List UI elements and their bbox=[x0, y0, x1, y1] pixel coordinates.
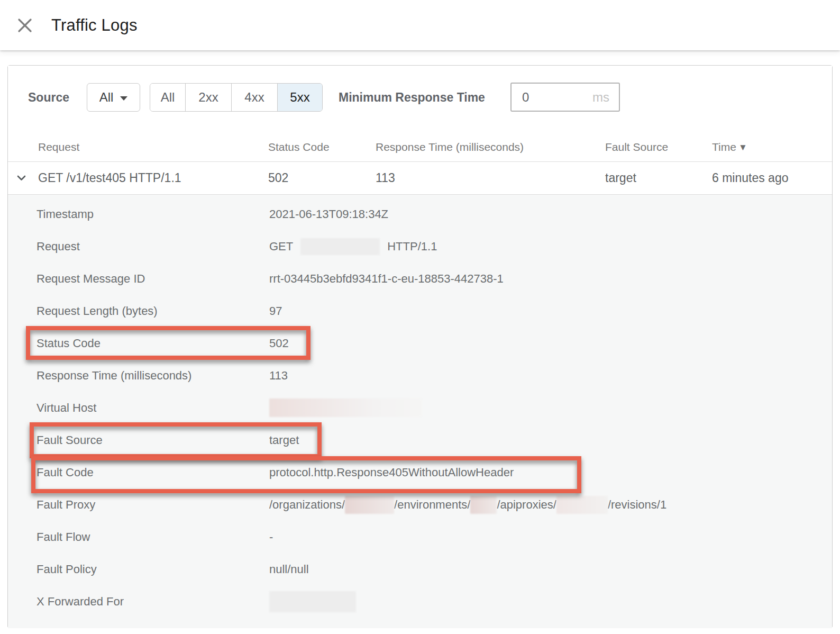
column-header-request: Request bbox=[8, 141, 268, 153]
status-filter-5xx[interactable]: 5xx bbox=[277, 84, 322, 111]
sort-desc-icon: ▼ bbox=[738, 143, 747, 152]
detail-label: Fault Proxy bbox=[8, 498, 269, 512]
status-filter-4xx[interactable]: 4xx bbox=[231, 84, 277, 111]
detail-label: Status Code bbox=[8, 337, 269, 350]
detail-label: Fault Code bbox=[8, 466, 269, 479]
min-response-time-label: Minimum Response Time bbox=[339, 83, 485, 112]
detail-value: /organizations//environments//apiproxies… bbox=[269, 496, 832, 514]
detail-row-fault-source: Fault Sourcetarget bbox=[8, 424, 832, 456]
detail-row-request-message-id: Request Message IDrrt-03445b3ebfd9341f1-… bbox=[8, 262, 832, 295]
detail-label: Response Time (milliseconds) bbox=[8, 369, 269, 383]
detail-value bbox=[269, 398, 832, 417]
row-expand-chevron-icon[interactable] bbox=[17, 175, 30, 181]
column-header-response-time: Response Time (milliseconds) bbox=[376, 141, 605, 153]
detail-row-request-length: Request Length (bytes)97 bbox=[8, 295, 832, 327]
status-filter-segmented: All2xx4xx5xx bbox=[150, 83, 323, 112]
row-details-panel: Timestamp2021-06-13T09:18:34ZRequestGETH… bbox=[8, 195, 832, 628]
detail-label: Request bbox=[8, 240, 269, 253]
detail-value: - bbox=[269, 530, 832, 544]
detail-label: Fault Policy bbox=[8, 563, 269, 576]
redacted-value bbox=[345, 496, 394, 514]
detail-value: 2021-06-13T09:18:34Z bbox=[269, 207, 832, 221]
detail-row-request: RequestGETHTTP/1.1 bbox=[8, 230, 832, 262]
detail-row-fault-proxy: Fault Proxy/organizations//environments/… bbox=[8, 488, 832, 521]
source-dropdown-value: All bbox=[99, 90, 114, 105]
detail-label: Fault Flow bbox=[8, 530, 269, 544]
redacted-value bbox=[300, 238, 380, 255]
detail-value-text: GET bbox=[269, 240, 293, 253]
dialog-header: Traffic Logs bbox=[0, 0, 840, 50]
redacted-value bbox=[470, 496, 497, 514]
redacted-value bbox=[556, 496, 608, 514]
detail-label: X Forwarded For bbox=[8, 595, 269, 609]
redacted-value bbox=[269, 591, 356, 612]
detail-row-timestamp: Timestamp2021-06-13T09:18:34Z bbox=[8, 198, 832, 230]
close-icon[interactable] bbox=[16, 16, 34, 34]
table-header: Request Status Code Response Time (milli… bbox=[8, 133, 832, 162]
detail-row-fault-code: Fault Codeprotocol.http.Response405Witho… bbox=[8, 456, 832, 488]
detail-row-fault-policy: Fault Policynull/null bbox=[8, 553, 832, 585]
status-filter-2xx[interactable]: 2xx bbox=[185, 84, 231, 111]
detail-label: Request Length (bytes) bbox=[8, 304, 269, 318]
detail-label: Virtual Host bbox=[8, 401, 269, 415]
detail-value: 97 bbox=[269, 304, 832, 318]
detail-row-virtual-host: Virtual Host bbox=[8, 392, 832, 424]
status-filter-all[interactable]: All bbox=[150, 84, 185, 111]
page-title: Traffic Logs bbox=[51, 16, 138, 35]
row-response-time: 113 bbox=[376, 171, 605, 185]
column-header-fault-source: Fault Source bbox=[605, 141, 712, 153]
row-status-code: 502 bbox=[268, 171, 376, 185]
detail-value: 502 bbox=[269, 337, 832, 350]
row-time: 6 minutes ago bbox=[712, 171, 832, 185]
detail-row-status-code: Status Code502 bbox=[8, 327, 832, 359]
min-response-time-unit: ms bbox=[592, 90, 609, 105]
row-request: GET /v1/test405 HTTP/1.1 bbox=[38, 171, 181, 185]
detail-value-text: /apiproxies/ bbox=[497, 498, 556, 512]
detail-value: GETHTTP/1.1 bbox=[269, 238, 832, 255]
min-response-time-input[interactable]: 0 ms bbox=[510, 83, 620, 112]
detail-row-x-forwarded-for: X Forwarded For bbox=[8, 585, 832, 618]
column-header-time-label: Time bbox=[712, 141, 736, 153]
table-row[interactable]: GET /v1/test405 HTTP/1.1 502 113 target … bbox=[8, 162, 832, 195]
traffic-logs-panel: Source All All2xx4xx5xx Minimum Response… bbox=[7, 65, 833, 627]
redacted-value bbox=[269, 398, 422, 417]
detail-label: Timestamp bbox=[8, 207, 269, 221]
detail-value-text: /organizations/ bbox=[269, 498, 345, 512]
detail-value-text: /revisions/1 bbox=[608, 498, 666, 512]
min-response-time-value: 0 bbox=[522, 90, 529, 105]
detail-value bbox=[269, 591, 832, 612]
column-header-time[interactable]: Time ▼ bbox=[712, 141, 832, 153]
source-label: Source bbox=[28, 83, 69, 112]
detail-value: rrt-03445b3ebfd9341f1-c-eu-18853-442738-… bbox=[269, 272, 832, 286]
chevron-down-icon bbox=[120, 96, 127, 101]
detail-row-fault-flow: Fault Flow- bbox=[8, 521, 832, 553]
detail-value: protocol.http.Response405WithoutAllowHea… bbox=[269, 466, 832, 479]
source-dropdown[interactable]: All bbox=[87, 83, 140, 112]
detail-value: null/null bbox=[269, 563, 832, 576]
column-header-status-code: Status Code bbox=[268, 141, 376, 153]
detail-value-text: /environments/ bbox=[394, 498, 470, 512]
filter-bar: Source All All2xx4xx5xx Minimum Response… bbox=[8, 66, 832, 133]
detail-value: 113 bbox=[269, 369, 832, 383]
detail-row-response-time: Response Time (milliseconds)113 bbox=[8, 359, 832, 392]
detail-label: Request Message ID bbox=[8, 272, 269, 286]
detail-label: Fault Source bbox=[8, 433, 269, 447]
detail-value-text: HTTP/1.1 bbox=[387, 240, 437, 253]
detail-value: target bbox=[269, 433, 832, 447]
row-fault-source: target bbox=[605, 171, 712, 185]
